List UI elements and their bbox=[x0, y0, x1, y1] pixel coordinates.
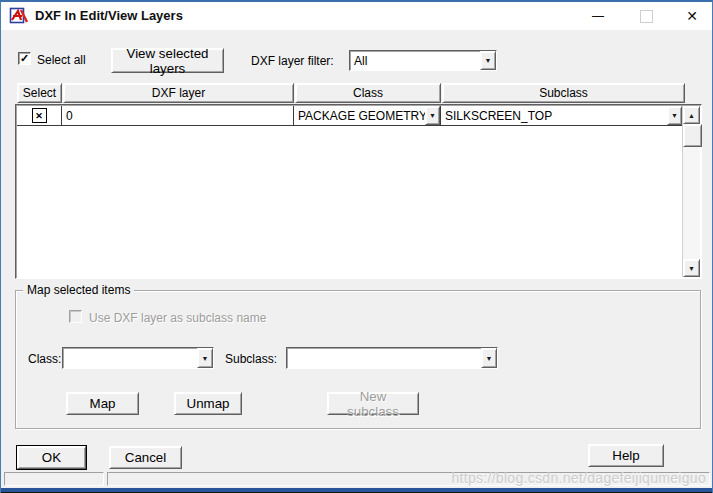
use-dxf-layer-checkbox bbox=[69, 310, 82, 323]
minimize-icon: — bbox=[592, 9, 604, 23]
help-button[interactable]: Help bbox=[588, 444, 664, 467]
map-class-dropdown[interactable]: ▼ bbox=[62, 347, 214, 369]
row-class-value: PACKAGE GEOMETRY bbox=[294, 109, 425, 123]
ok-button[interactable]: OK bbox=[17, 446, 86, 469]
row-checked-icon[interactable]: ✕ bbox=[32, 108, 47, 123]
header-select-label: Select bbox=[23, 86, 56, 100]
header-dxf-layer-label: DXF layer bbox=[152, 86, 205, 100]
new-subclass-button: New subclass bbox=[327, 392, 419, 415]
map-subclass-label: Subclass: bbox=[225, 352, 277, 366]
unmap-button[interactable]: Unmap bbox=[174, 392, 242, 415]
window-title: DXF In Edit/View Layers bbox=[35, 8, 183, 23]
row-dxf-layer-value: 0 bbox=[66, 109, 73, 123]
unmap-button-label: Unmap bbox=[187, 396, 230, 411]
watermark-text: https://blog.csdn.net/dagefeijiqumeiguo bbox=[451, 470, 706, 486]
status-bar-left-panel bbox=[4, 472, 104, 486]
dropdown-arrow-icon[interactable]: ▼ bbox=[667, 106, 682, 125]
scrollbar-thumb[interactable] bbox=[683, 124, 702, 147]
map-subclass-dropdown[interactable]: ▼ bbox=[286, 347, 498, 369]
maximize-button bbox=[627, 2, 665, 30]
dxf-in-edit-view-layers-dialog: DXF In Edit/View Layers — ✕ ✓ Select all… bbox=[0, 0, 713, 493]
column-header-select[interactable]: Select bbox=[17, 83, 62, 103]
scroll-up-icon: ▲ bbox=[688, 112, 695, 119]
dxf-layer-filter-dropdown[interactable]: All ▼ bbox=[349, 50, 497, 71]
map-selected-items-title: Map selected items bbox=[23, 283, 134, 297]
column-header-dxf-layer[interactable]: DXF layer bbox=[63, 83, 294, 103]
layers-table: ✕ 0 PACKAGE GEOMETRY ▼ SILKSCREEN_TOP ▼ bbox=[15, 104, 702, 279]
close-icon: ✕ bbox=[686, 8, 698, 24]
use-dxf-layer-label: Use DXF layer as subclass name bbox=[89, 311, 266, 325]
maximize-icon bbox=[640, 10, 653, 23]
dxf-layer-filter-value: All bbox=[350, 54, 480, 68]
dxf-layer-filter-label: DXF layer filter: bbox=[251, 54, 334, 68]
table-scrollbar[interactable]: ▲ ▼ bbox=[682, 106, 700, 277]
view-selected-layers-label: View selected layers bbox=[118, 46, 217, 76]
map-button-label: Map bbox=[90, 396, 116, 411]
view-selected-layers-button[interactable]: View selected layers bbox=[111, 48, 224, 73]
column-header-class[interactable]: Class bbox=[295, 83, 441, 103]
cancel-button-label: Cancel bbox=[125, 450, 167, 465]
new-subclass-button-label: New subclass bbox=[334, 389, 412, 419]
checkmark-icon: ✓ bbox=[20, 53, 29, 64]
close-button[interactable]: ✕ bbox=[673, 2, 711, 30]
row-subclass-dropdown[interactable]: SILKSCREEN_TOP ▼ bbox=[441, 106, 682, 125]
dropdown-arrow-icon[interactable]: ▼ bbox=[425, 106, 440, 125]
table-row[interactable]: ✕ 0 PACKAGE GEOMETRY ▼ SILKSCREEN_TOP ▼ bbox=[17, 106, 682, 126]
ok-button-label: OK bbox=[42, 450, 61, 465]
row-select-cell[interactable]: ✕ bbox=[17, 106, 62, 125]
scroll-up-button[interactable]: ▲ bbox=[683, 106, 700, 124]
row-class-dropdown[interactable]: PACKAGE GEOMETRY ▼ bbox=[294, 106, 441, 125]
select-all-checkbox[interactable]: ✓ bbox=[18, 52, 31, 65]
dropdown-arrow-icon[interactable]: ▼ bbox=[481, 348, 497, 368]
help-button-label: Help bbox=[612, 448, 639, 463]
select-all-label: Select all bbox=[37, 53, 86, 67]
dropdown-arrow-icon[interactable]: ▼ bbox=[197, 348, 213, 368]
map-class-label: Class: bbox=[28, 352, 61, 366]
column-header-subclass[interactable]: Subclass bbox=[442, 83, 685, 103]
header-class-label: Class bbox=[353, 86, 383, 100]
row-dxf-layer-cell[interactable]: 0 bbox=[62, 106, 294, 125]
cancel-button[interactable]: Cancel bbox=[109, 446, 182, 469]
scroll-down-button[interactable]: ▼ bbox=[683, 259, 700, 277]
dxf-app-icon bbox=[9, 7, 29, 25]
scroll-down-icon: ▼ bbox=[688, 265, 695, 272]
header-subclass-label: Subclass bbox=[539, 86, 588, 100]
dropdown-arrow-icon[interactable]: ▼ bbox=[480, 51, 496, 70]
minimize-button[interactable]: — bbox=[579, 2, 617, 30]
title-bar[interactable]: DXF In Edit/View Layers — ✕ bbox=[1, 2, 712, 30]
row-subclass-value: SILKSCREEN_TOP bbox=[441, 109, 667, 123]
map-button[interactable]: Map bbox=[66, 392, 139, 415]
